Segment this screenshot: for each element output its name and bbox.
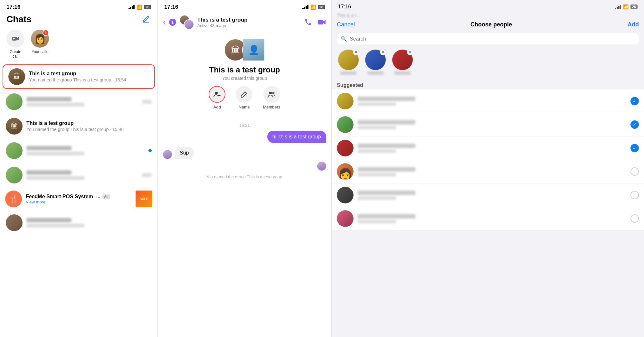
status-icons-1: 📶 28: [128, 5, 151, 10]
quick-actions: Createcall 👩 1 Your calls: [0, 28, 157, 64]
chat-body: 🏛 👤 This is a test group You created thi…: [158, 33, 331, 337]
wifi-icon-2: 📶: [310, 5, 316, 10]
selected-avatars-row: ✕ ✕ ✕: [332, 47, 644, 80]
person-name-5: [357, 191, 415, 200]
person-item-2[interactable]: ✓: [332, 113, 644, 136]
person-av-1: [337, 93, 354, 109]
person-item-4[interactable]: 👩: [332, 160, 644, 183]
cancel-button[interactable]: Cancel: [337, 21, 355, 28]
back-button[interactable]: ‹: [163, 17, 166, 27]
message-timestamp: 16:21: [163, 122, 326, 128]
check-3[interactable]: ✓: [630, 144, 639, 152]
create-call-action[interactable]: Createcall: [6, 30, 24, 59]
time-3: 17:16: [338, 4, 351, 10]
small-right-avatar: [317, 162, 326, 171]
person-info-6: [357, 214, 627, 223]
chat-avatar-test2: 🏛: [6, 118, 23, 135]
group-av2-inner: 👤: [243, 39, 264, 61]
chat-avatar-blurred1: [6, 93, 23, 110]
chat-header-status: Active 43m ago: [197, 23, 301, 28]
battery-2: 28: [318, 5, 325, 9]
chat-header-info: This is a test group Active 43m ago: [197, 17, 301, 28]
person-item-6[interactable]: [332, 207, 644, 230]
message-row-sent1: hi, this is a test group: [163, 129, 326, 144]
chat-item-blurred3[interactable]: [0, 163, 157, 187]
chats-header: Chats: [0, 12, 157, 28]
your-calls-avatar: 👩 1: [31, 30, 49, 48]
phone-call-button[interactable]: [304, 18, 312, 26]
members-label: Members: [263, 105, 280, 109]
chat-info-blurred4: [26, 218, 152, 228]
person-name-1: [357, 97, 415, 106]
chats-title: Chats: [6, 14, 32, 24]
chat-header-name: This is a test group: [197, 17, 301, 23]
check-6[interactable]: [630, 214, 639, 223]
person-info-3: [357, 144, 627, 153]
selected-person-1: ✕: [337, 50, 360, 75]
check-4[interactable]: [630, 167, 639, 176]
view-more-link[interactable]: View more: [26, 200, 132, 204]
timestamp-text: 16:21: [239, 123, 250, 128]
person-item-5[interactable]: [332, 183, 644, 207]
selected-person-2: ✕: [364, 50, 387, 75]
ad-thumbnail: SALE: [136, 191, 152, 207]
remove-person-1-button[interactable]: ✕: [353, 49, 359, 55]
person-info-1: [357, 97, 627, 106]
check-2[interactable]: ✓: [630, 120, 639, 129]
sent-bubble-1: hi, this is a test group: [267, 131, 326, 143]
add-member-label: Add: [213, 105, 221, 109]
name-action[interactable]: Name: [236, 86, 252, 109]
edit-button[interactable]: [141, 14, 151, 24]
chat-item-blurred1[interactable]: [0, 89, 157, 114]
selected-chat-avatar: 🏛: [8, 68, 25, 85]
members-icon: [263, 86, 280, 103]
person-info-5: [357, 191, 627, 200]
search-input[interactable]: [350, 36, 635, 42]
person-name-3: [357, 144, 415, 153]
create-call-label: Createcall: [10, 50, 21, 59]
person-item-3[interactable]: ✓: [332, 136, 644, 160]
create-call-icon: [6, 30, 24, 48]
unread-count-badge: 1: [169, 19, 176, 26]
wifi-icon-3: 📶: [623, 4, 629, 9]
add-button[interactable]: Add: [628, 21, 639, 28]
name-label: Name: [239, 105, 250, 109]
signal-icon-2: [302, 5, 308, 9]
signal-icon-1: [128, 5, 135, 9]
selected-chat-item[interactable]: 🏛 This is a test group You named the gro…: [3, 64, 155, 89]
search-icon: 🔍: [341, 36, 347, 42]
selected-chat-info: This is a test group You named the group…: [29, 71, 149, 82]
panel-chats: 17:16 📶 28 Chats: [0, 0, 158, 337]
chat-item-blurred4[interactable]: [0, 211, 157, 235]
chat-info-test2: This is a test group You named the group…: [26, 120, 152, 132]
your-calls-label: Your calls: [32, 50, 48, 54]
person-name-2: [357, 120, 415, 129]
add-member-action[interactable]: Add: [209, 86, 225, 109]
time-1: 17:16: [6, 4, 20, 10]
chat-avatar-blurred4: [6, 214, 23, 231]
check-1[interactable]: ✓: [630, 97, 639, 105]
person-name-4: [357, 167, 415, 176]
group-name-big: This is a test group: [209, 65, 280, 74]
members-action[interactable]: Members: [263, 86, 280, 109]
chat-item-test2[interactable]: 🏛 This is a test group You named the gro…: [0, 114, 157, 138]
ad-badge: Ad: [102, 194, 110, 199]
chat-header: ‹ 1 This is a test group Active 43m ago: [158, 12, 331, 33]
video-call-button[interactable]: [317, 18, 326, 26]
remove-person-2-button[interactable]: ✕: [380, 49, 386, 55]
your-calls-action[interactable]: 👩 1 Your calls: [31, 30, 49, 59]
small-right-av-row: [163, 162, 326, 171]
person-av-5: [337, 187, 354, 203]
remove-person-3-button[interactable]: ✕: [407, 49, 413, 55]
messages-area: 16:21 hi, this is a test group Sup You n…: [163, 122, 326, 182]
group-big-av2: 👤: [242, 38, 265, 61]
add-member-icon: [209, 86, 225, 103]
received-avatar-1: [163, 150, 172, 159]
ad-name-feedme: FeedMe Smart POS System -...: [26, 194, 100, 200]
ad-item-feedme[interactable]: 🍴 FeedMe Smart POS System -... Ad View m…: [0, 187, 157, 211]
chat-item-blurred2[interactable]: [0, 138, 157, 163]
person-item-1[interactable]: ✓: [332, 89, 644, 113]
check-5[interactable]: [630, 191, 639, 199]
svg-point-9: [272, 92, 274, 94]
signal-icon-3: [615, 5, 621, 9]
